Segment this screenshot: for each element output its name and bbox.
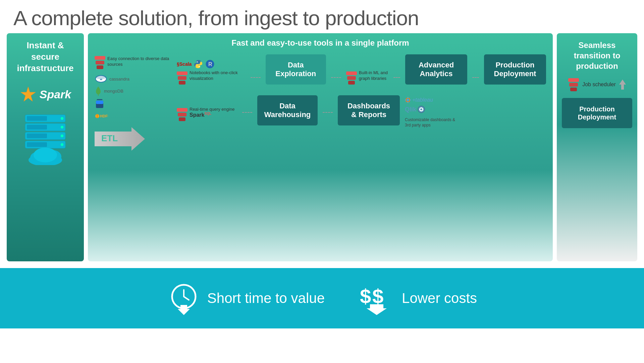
middle-column: Fast and easy-to-use tools in a single p… [88, 33, 553, 261]
dashboards-reports-box: Dashboards & Reports [338, 95, 400, 125]
right-heading: Seamless transition to production [562, 40, 632, 71]
dotted-line-5 [242, 112, 252, 113]
mongodb-item: mongoDB [95, 86, 172, 96]
svg-point-3 [61, 117, 63, 120]
lower-costs-item: $ $ Lower costs [358, 281, 477, 315]
svg-marker-40 [619, 80, 626, 90]
svg-rect-20 [98, 94, 99, 96]
spark-icon-sql [177, 108, 187, 121]
tableau-label: +tableau [412, 97, 433, 103]
etl-arrow-icon: ETL [95, 125, 145, 152]
svg-rect-2 [27, 116, 47, 121]
svg-marker-0 [21, 87, 36, 101]
dotted-line-2 [331, 77, 341, 78]
right-prod-deployment-box: Production Deployment [562, 98, 632, 128]
etl-section: Easy connection to diverse data sources … [95, 53, 172, 256]
dotted-line-6 [323, 112, 333, 113]
time-to-value-item: Short time to value [167, 281, 325, 315]
qlik-icon [418, 106, 425, 113]
svg-point-39 [420, 108, 422, 110]
tableau-icon [405, 97, 411, 103]
ml-label: Built-in ML and graph libraries [359, 70, 388, 82]
dotted-line-3 [393, 77, 400, 78]
time-label: Short time to value [207, 290, 325, 306]
bi-tools: +tableau Qlik Customizable d [405, 97, 459, 128]
svg-rect-11 [27, 142, 47, 147]
hdfs-icon: HDFS [95, 111, 108, 121]
down-arrow-icon [619, 80, 626, 90]
svg-rect-5 [27, 125, 47, 129]
server-illustration [18, 111, 72, 165]
bottom-bar: Short time to value $ $ Lower costs [0, 268, 644, 328]
qlik-logo: Qlik [405, 106, 459, 113]
svg-rect-36 [406, 101, 410, 102]
easy-connection-label: Easy connection to diverse data sources [107, 56, 172, 67]
spark-icon-connection [95, 56, 105, 69]
flow-section: §Scala R [177, 53, 546, 256]
spark-sql-brand: SparkSQL [190, 112, 234, 118]
spark-sql-label: Real-time query engine [190, 107, 234, 112]
svg-text:R: R [208, 61, 212, 67]
dotted-line-4 [472, 77, 479, 78]
svg-text:ETL: ETL [101, 133, 118, 143]
job-scheduler-label: Job scheduler [582, 82, 616, 88]
svg-point-28 [199, 66, 200, 67]
data-exploration-box: Data Exploration [266, 54, 326, 85]
bucket-item [95, 98, 172, 109]
left-column: Instant & secure infrastructure Spark [7, 33, 84, 261]
cassandra-icon: 👁 [95, 74, 107, 84]
spark-icon-notebooks [177, 71, 187, 85]
hdfs-item: HDFS [95, 111, 172, 121]
svg-point-12 [61, 143, 63, 146]
top-flow-labels: §Scala R [177, 54, 546, 85]
advanced-analytics-box: Advanced Analytics [405, 54, 467, 85]
svg-point-9 [61, 135, 63, 137]
bucket-icon [95, 98, 105, 109]
dotted-line-1 [251, 77, 261, 78]
spark-sql-text: Real-time query engine SparkSQL [190, 107, 234, 118]
qlik-label: Qlik [405, 106, 416, 113]
notebook-info: §Scala R [177, 59, 246, 85]
data-warehousing-box: Data Warehousing [257, 95, 318, 125]
bottom-flow-row: Real-time query engine SparkSQL Data War… [177, 95, 546, 128]
svg-text:👁: 👁 [100, 79, 103, 81]
svg-rect-8 [27, 134, 47, 138]
etl-arrow-container: ETL [95, 125, 172, 152]
right-column: Seamless transition to production Job sc… [557, 33, 637, 261]
left-heading: Instant & secure infrastructure [12, 40, 79, 74]
production-deployment-box: Production Deployment [484, 54, 546, 85]
customizable-label: Customizable dashboards & 3rd party apps [405, 117, 459, 128]
svg-rect-32 [405, 100, 411, 101]
middle-heading: Fast and easy-to-use tools in a single p… [95, 38, 546, 48]
svg-line-43 [184, 297, 189, 300]
lang-icons-row: §Scala R [177, 59, 246, 69]
dollar-down-icon: $ $ [358, 281, 395, 315]
mongodb-icon [95, 86, 102, 96]
ml-info: Built-in ML and graph libraries [346, 70, 388, 85]
svg-rect-35 [406, 98, 410, 99]
job-scheduler-row: Job scheduler [568, 78, 626, 91]
svg-text:HDFS: HDFS [100, 114, 108, 118]
cassandra-item: 👁 cassandra [95, 74, 172, 84]
page-title: A complete solution, from ingest to prod… [0, 0, 644, 33]
mongodb-label: mongoDB [104, 89, 123, 94]
svg-point-27 [197, 61, 198, 62]
sparksql-info: Real-time query engine SparkSQL [177, 95, 237, 121]
server-icon [18, 111, 72, 165]
spark-star-icon [19, 86, 37, 103]
svg-text:$: $ [360, 285, 371, 308]
spark-label: Spark [40, 88, 71, 101]
spark-icon-job [568, 78, 579, 91]
cassandra-label: cassandra [109, 76, 129, 82]
cost-label: Lower costs [402, 290, 477, 306]
content-area: Instant & secure infrastructure Spark [0, 33, 644, 265]
tableau-logo: +tableau [405, 97, 459, 103]
svg-text:$: $ [372, 285, 383, 308]
svg-point-16 [34, 148, 57, 162]
python-icon [194, 59, 203, 69]
svg-marker-44 [178, 305, 190, 315]
clock-down-icon [167, 281, 201, 315]
notebook-label: Notebooks with one-click visualization [190, 70, 246, 82]
svg-rect-22 [96, 101, 103, 104]
svg-point-6 [61, 126, 63, 128]
